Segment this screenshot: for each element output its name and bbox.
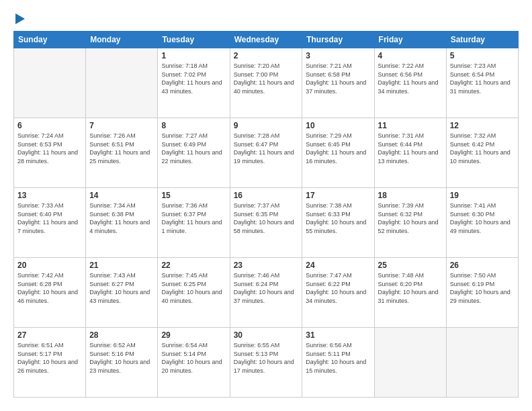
day-number: 12 — [450, 121, 515, 130]
calendar-week-row: 27Sunrise: 6:51 AMSunset: 5:17 PMDayligh… — [14, 328, 519, 398]
logo — [13, 13, 25, 23]
day-info: Sunrise: 7:43 AMSunset: 6:27 PMDaylight:… — [89, 271, 154, 305]
calendar-cell: 18Sunrise: 7:39 AMSunset: 6:32 PMDayligh… — [374, 188, 446, 258]
col-friday: Friday — [374, 32, 446, 48]
calendar-week-row: 1Sunrise: 7:18 AMSunset: 7:02 PMDaylight… — [14, 48, 519, 118]
day-info: Sunrise: 7:48 AMSunset: 6:20 PMDaylight:… — [378, 271, 443, 305]
calendar-cell: 10Sunrise: 7:29 AMSunset: 6:45 PMDayligh… — [302, 118, 374, 188]
calendar-cell: 16Sunrise: 7:37 AMSunset: 6:35 PMDayligh… — [230, 188, 302, 258]
calendar-cell: 31Sunrise: 6:56 AMSunset: 5:11 PMDayligh… — [302, 328, 374, 398]
calendar-cell: 28Sunrise: 6:52 AMSunset: 5:16 PMDayligh… — [86, 328, 158, 398]
day-number: 7 — [89, 121, 154, 130]
calendar-cell: 1Sunrise: 7:18 AMSunset: 7:02 PMDaylight… — [158, 48, 230, 118]
calendar-cell: 11Sunrise: 7:31 AMSunset: 6:44 PMDayligh… — [374, 118, 446, 188]
day-info: Sunrise: 7:38 AMSunset: 6:33 PMDaylight:… — [306, 201, 370, 235]
day-info: Sunrise: 7:26 AMSunset: 6:51 PMDaylight:… — [89, 132, 154, 165]
day-number: 21 — [89, 261, 154, 270]
calendar-cell — [14, 48, 86, 118]
day-info: Sunrise: 6:51 AMSunset: 5:17 PMDaylight:… — [17, 341, 82, 375]
day-info: Sunrise: 7:20 AMSunset: 7:00 PMDaylight:… — [234, 62, 299, 95]
day-number: 9 — [234, 121, 299, 130]
page: Sunday Monday Tuesday Wednesday Thursday… — [0, 0, 532, 411]
calendar-cell: 17Sunrise: 7:38 AMSunset: 6:33 PMDayligh… — [302, 188, 374, 258]
day-number: 17 — [306, 191, 370, 200]
day-info: Sunrise: 7:50 AMSunset: 6:19 PMDaylight:… — [450, 271, 515, 305]
calendar-cell: 6Sunrise: 7:24 AMSunset: 6:53 PMDaylight… — [14, 118, 86, 188]
day-number: 5 — [450, 51, 515, 60]
day-info: Sunrise: 7:24 AMSunset: 6:53 PMDaylight:… — [17, 132, 82, 165]
day-info: Sunrise: 7:28 AMSunset: 6:47 PMDaylight:… — [234, 132, 299, 165]
calendar-cell: 5Sunrise: 7:23 AMSunset: 6:54 PMDaylight… — [446, 48, 518, 118]
day-number: 1 — [161, 51, 226, 60]
day-info: Sunrise: 7:37 AMSunset: 6:35 PMDaylight:… — [234, 201, 299, 235]
day-info: Sunrise: 7:33 AMSunset: 6:40 PMDaylight:… — [17, 201, 82, 235]
day-info: Sunrise: 6:54 AMSunset: 5:14 PMDaylight:… — [161, 341, 226, 375]
day-info: Sunrise: 7:41 AMSunset: 6:30 PMDaylight:… — [450, 201, 515, 235]
calendar-cell: 26Sunrise: 7:50 AMSunset: 6:19 PMDayligh… — [446, 258, 518, 328]
calendar-cell: 21Sunrise: 7:43 AMSunset: 6:27 PMDayligh… — [86, 258, 158, 328]
day-number: 16 — [234, 191, 299, 200]
day-number: 14 — [89, 191, 154, 200]
day-number: 22 — [161, 261, 226, 270]
day-number: 4 — [378, 51, 443, 60]
day-info: Sunrise: 7:42 AMSunset: 6:28 PMDaylight:… — [17, 271, 82, 305]
calendar-week-row: 6Sunrise: 7:24 AMSunset: 6:53 PMDaylight… — [14, 118, 519, 188]
day-number: 15 — [161, 191, 226, 200]
calendar-cell — [446, 328, 518, 398]
calendar-cell: 22Sunrise: 7:45 AMSunset: 6:25 PMDayligh… — [158, 258, 230, 328]
logo-arrow-icon — [15, 13, 25, 24]
day-number: 18 — [378, 191, 443, 200]
day-info: Sunrise: 7:47 AMSunset: 6:22 PMDaylight:… — [306, 271, 370, 305]
day-number: 27 — [17, 330, 82, 340]
day-info: Sunrise: 7:27 AMSunset: 6:49 PMDaylight:… — [161, 132, 226, 165]
calendar-cell — [374, 328, 446, 398]
calendar-cell: 12Sunrise: 7:32 AMSunset: 6:42 PMDayligh… — [446, 118, 518, 188]
day-number: 19 — [450, 191, 515, 200]
calendar-cell: 24Sunrise: 7:47 AMSunset: 6:22 PMDayligh… — [302, 258, 374, 328]
calendar-cell: 20Sunrise: 7:42 AMSunset: 6:28 PMDayligh… — [14, 258, 86, 328]
day-number: 26 — [450, 261, 515, 270]
calendar-cell: 27Sunrise: 6:51 AMSunset: 5:17 PMDayligh… — [14, 328, 86, 398]
calendar-week-row: 20Sunrise: 7:42 AMSunset: 6:28 PMDayligh… — [14, 258, 519, 328]
col-wednesday: Wednesday — [230, 32, 302, 48]
col-monday: Monday — [86, 32, 158, 48]
day-info: Sunrise: 7:39 AMSunset: 6:32 PMDaylight:… — [378, 201, 443, 235]
day-info: Sunrise: 7:18 AMSunset: 7:02 PMDaylight:… — [161, 62, 226, 95]
day-number: 8 — [161, 121, 226, 130]
col-sunday: Sunday — [14, 32, 86, 48]
col-saturday: Saturday — [446, 32, 518, 48]
calendar-cell: 8Sunrise: 7:27 AMSunset: 6:49 PMDaylight… — [158, 118, 230, 188]
calendar-cell — [86, 48, 158, 118]
header — [13, 13, 519, 23]
day-number: 25 — [378, 261, 443, 270]
calendar-header-row: Sunday Monday Tuesday Wednesday Thursday… — [14, 32, 519, 48]
calendar-week-row: 13Sunrise: 7:33 AMSunset: 6:40 PMDayligh… — [14, 188, 519, 258]
day-info: Sunrise: 7:21 AMSunset: 6:58 PMDaylight:… — [306, 62, 370, 95]
day-number: 20 — [17, 261, 82, 270]
day-info: Sunrise: 7:31 AMSunset: 6:44 PMDaylight:… — [378, 132, 443, 165]
col-tuesday: Tuesday — [158, 32, 230, 48]
calendar-cell: 25Sunrise: 7:48 AMSunset: 6:20 PMDayligh… — [374, 258, 446, 328]
day-info: Sunrise: 7:32 AMSunset: 6:42 PMDaylight:… — [450, 132, 515, 165]
day-number: 31 — [306, 330, 370, 340]
day-number: 13 — [17, 191, 82, 200]
day-number: 28 — [89, 330, 154, 340]
day-number: 24 — [306, 261, 370, 270]
calendar-cell: 4Sunrise: 7:22 AMSunset: 6:56 PMDaylight… — [374, 48, 446, 118]
day-number: 11 — [378, 121, 443, 130]
calendar-cell: 7Sunrise: 7:26 AMSunset: 6:51 PMDaylight… — [86, 118, 158, 188]
day-info: Sunrise: 7:36 AMSunset: 6:37 PMDaylight:… — [161, 201, 226, 235]
day-number: 2 — [234, 51, 299, 60]
calendar-cell: 19Sunrise: 7:41 AMSunset: 6:30 PMDayligh… — [446, 188, 518, 258]
day-number: 23 — [234, 261, 299, 270]
day-info: Sunrise: 7:34 AMSunset: 6:38 PMDaylight:… — [89, 201, 154, 235]
day-number: 3 — [306, 51, 370, 60]
calendar-cell: 14Sunrise: 7:34 AMSunset: 6:38 PMDayligh… — [86, 188, 158, 258]
calendar-table: Sunday Monday Tuesday Wednesday Thursday… — [13, 31, 519, 398]
calendar-cell: 23Sunrise: 7:46 AMSunset: 6:24 PMDayligh… — [230, 258, 302, 328]
calendar-cell: 15Sunrise: 7:36 AMSunset: 6:37 PMDayligh… — [158, 188, 230, 258]
day-number: 30 — [234, 330, 299, 340]
day-number: 10 — [306, 121, 370, 130]
calendar-cell: 29Sunrise: 6:54 AMSunset: 5:14 PMDayligh… — [158, 328, 230, 398]
day-info: Sunrise: 6:56 AMSunset: 5:11 PMDaylight:… — [306, 341, 370, 375]
